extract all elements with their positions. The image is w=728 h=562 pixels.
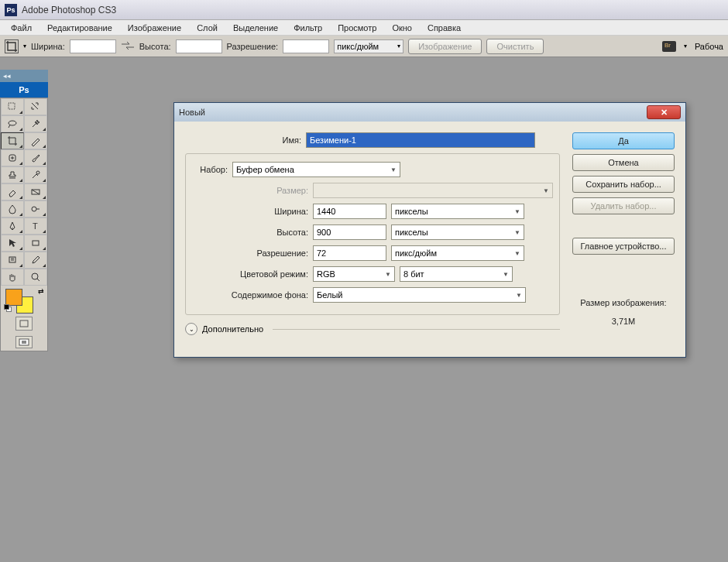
gradient-tool[interactable] <box>24 183 47 200</box>
options-width-input[interactable] <box>70 39 116 53</box>
chevron-down-icon: ▼ <box>503 271 509 278</box>
svg-point-5 <box>32 207 36 211</box>
history-brush-tool[interactable] <box>24 166 47 183</box>
optionsbar: ▾ Ширина: Высота: Разрешение: пикс/дюйм … <box>0 36 728 57</box>
chevron-down-icon: ▼ <box>543 187 549 194</box>
close-button[interactable]: ✕ <box>647 105 681 119</box>
dialog-titlebar[interactable]: Новый ✕ <box>174 103 685 122</box>
menu-window[interactable]: Окно <box>384 23 420 33</box>
bitdepth-select[interactable]: 8 бит ▼ <box>400 266 513 282</box>
preset-label: Набор: <box>192 165 232 174</box>
color-swatches[interactable]: ⇄ <box>1 286 47 314</box>
bgcontent-select[interactable]: Белый ▼ <box>313 287 526 303</box>
default-colors-icon[interactable] <box>4 304 12 312</box>
swap-colors-icon[interactable]: ⇄ <box>38 287 44 295</box>
stamp-tool[interactable] <box>1 166 24 183</box>
crop-tool[interactable] <box>1 132 24 149</box>
height-unit-select[interactable]: пикселы ▼ <box>391 224 524 240</box>
brush-tool[interactable] <box>24 149 47 166</box>
preset-select[interactable]: Буфер обмена ▼ <box>232 162 400 177</box>
dodge-tool[interactable] <box>24 200 47 218</box>
preset-fieldset: Набор: Буфер обмена ▼ Размер: ▼ Ширина: … <box>185 153 560 315</box>
shape-tool[interactable] <box>24 235 47 252</box>
palette-collapse-strip[interactable]: ◂◂ <box>0 70 48 82</box>
chevron-down-icon: ▼ <box>514 208 520 215</box>
workspace-label[interactable]: Рабоча <box>695 42 723 51</box>
name-input[interactable]: Безимени-1 <box>306 132 535 148</box>
standard-mode-button[interactable] <box>15 317 33 331</box>
colormode-select[interactable]: RGB ▼ <box>313 266 395 282</box>
screen-mode-button[interactable] <box>15 336 33 348</box>
menu-file[interactable]: Файл <box>3 23 39 33</box>
swap-dimensions-icon[interactable] <box>121 41 135 52</box>
cancel-label: Отмена <box>608 158 638 167</box>
resolution-unit-select[interactable]: пикс/дюйм ▼ <box>391 245 524 261</box>
chevron-down-icon: ▾ <box>397 43 400 50</box>
height-input[interactable]: 900 <box>313 224 386 240</box>
lasso-tool[interactable] <box>1 115 24 132</box>
eraser-tool[interactable] <box>1 183 24 200</box>
foreground-color-swatch[interactable] <box>5 289 22 306</box>
crop-tool-icon[interactable] <box>5 39 19 53</box>
width-unit-value: пикселы <box>395 207 428 216</box>
chevron-down-icon: ▼ <box>390 166 397 173</box>
bridge-icon[interactable] <box>662 41 676 52</box>
ok-button[interactable]: Да <box>572 132 675 149</box>
marquee-tool[interactable] <box>24 98 47 115</box>
toolbox-header[interactable]: Ps <box>0 82 48 98</box>
menu-image[interactable]: Изображение <box>120 23 189 33</box>
height-unit-value: пикселы <box>395 228 428 237</box>
device-central-button[interactable]: Главное устройство... <box>572 238 675 255</box>
width-input[interactable]: 1440 <box>313 204 386 219</box>
menu-help[interactable]: Справка <box>420 23 469 33</box>
options-image-button[interactable]: Изображение <box>408 39 482 54</box>
resolution-unit-value: пикс/дюйм <box>395 248 437 258</box>
titlebar: Ps Adobe Photoshop CS3 <box>0 0 728 20</box>
image-size-value: 3,71M <box>572 317 675 326</box>
hand-tool[interactable] <box>1 269 24 286</box>
menu-edit[interactable]: Редактирование <box>39 23 120 33</box>
resolution-input[interactable]: 72 <box>313 245 386 261</box>
menubar: Файл Редактирование Изображение Слой Выд… <box>0 20 728 36</box>
save-preset-button[interactable]: Сохранить набор... <box>572 176 675 193</box>
ok-label: Да <box>618 136 629 146</box>
healing-tool[interactable] <box>1 149 24 166</box>
chevron-down-icon: ▼ <box>516 292 522 299</box>
options-resolution-input[interactable] <box>283 39 329 53</box>
menu-select[interactable]: Выделение <box>225 23 286 33</box>
app-icon: Ps <box>5 4 17 16</box>
options-height-label: Высота: <box>139 42 171 51</box>
chevron-down-icon[interactable]: ▾ <box>684 43 687 50</box>
wand-tool[interactable] <box>24 115 47 132</box>
options-clear-button[interactable]: Очистить <box>486 39 544 54</box>
options-unit-select[interactable]: пикс/дюйм ▾ <box>334 39 403 53</box>
tool-preset-arrow-icon[interactable]: ▾ <box>23 43 26 50</box>
options-height-input[interactable] <box>176 39 222 53</box>
save-preset-label: Сохранить набор... <box>585 180 661 189</box>
move-tool[interactable] <box>1 98 24 115</box>
type-tool[interactable]: T <box>24 218 47 235</box>
width-label: Ширина: <box>192 207 313 216</box>
expand-icon: ⌄ <box>185 323 197 335</box>
notes-tool[interactable] <box>1 252 24 269</box>
width-unit-select[interactable]: пикселы ▼ <box>391 204 524 219</box>
bgcontent-label: Содержимое фона: <box>192 290 313 300</box>
menu-layer[interactable]: Слой <box>189 23 225 33</box>
svg-rect-7 <box>33 241 39 245</box>
new-document-dialog: Новый ✕ Имя: Безимени-1 Набор: Буфер обм… <box>173 102 686 358</box>
advanced-toggle[interactable]: ⌄ Дополнительно <box>185 323 560 335</box>
cancel-button[interactable]: Отмена <box>572 154 675 171</box>
toolbox-header-label: Ps <box>19 85 29 94</box>
image-size-label: Размер изображения: <box>572 298 675 307</box>
options-resolution-label: Разрешение: <box>227 42 279 51</box>
menu-view[interactable]: Просмотр <box>330 23 384 33</box>
eyedropper-tool[interactable] <box>24 252 47 269</box>
blur-tool[interactable] <box>1 200 24 218</box>
menu-filter[interactable]: Фильтр <box>286 23 330 33</box>
path-select-tool[interactable] <box>1 235 24 252</box>
width-value: 1440 <box>317 207 335 216</box>
svg-point-9 <box>32 273 38 279</box>
zoom-tool[interactable] <box>24 269 47 286</box>
pen-tool[interactable] <box>1 218 24 235</box>
slice-tool[interactable] <box>24 132 47 149</box>
